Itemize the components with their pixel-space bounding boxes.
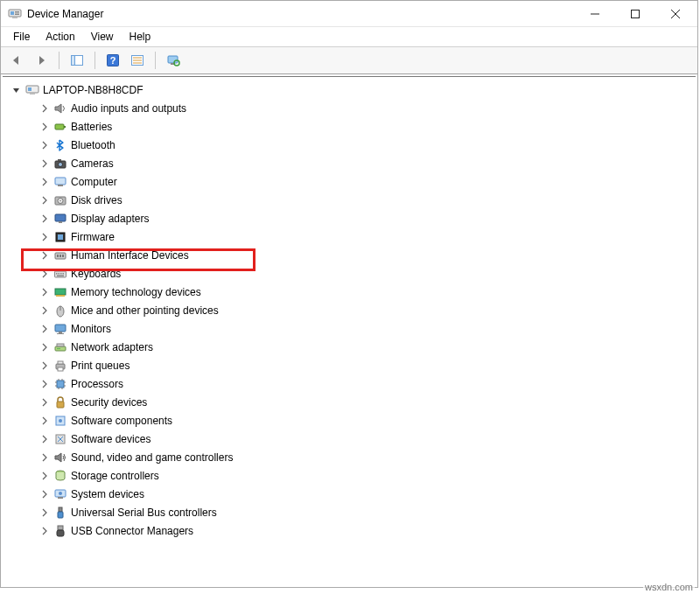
expander-icon[interactable]: [39, 232, 50, 242]
expander-icon[interactable]: [11, 85, 22, 95]
svg-rect-46: [57, 275, 64, 276]
expander-icon[interactable]: [39, 140, 50, 150]
close-button[interactable]: [655, 1, 696, 27]
tree-item[interactable]: Cameras: [39, 154, 696, 172]
expander-icon[interactable]: [39, 452, 50, 463]
expander-icon[interactable]: [39, 507, 50, 518]
tree-item[interactable]: Sound, video and game controllers: [39, 448, 696, 466]
tree-item[interactable]: Firmware: [39, 227, 696, 246]
expander-icon[interactable]: [39, 250, 50, 261]
bluetooth-icon: [53, 138, 67, 152]
svg-rect-52: [59, 332, 62, 333]
speaker-icon: [53, 101, 67, 115]
tree-item[interactable]: Human Interface Devices: [39, 246, 696, 264]
tree-item-label: Mice and other pointing devices: [71, 304, 219, 317]
expander-icon[interactable]: [39, 416, 50, 426]
expander-icon[interactable]: [39, 103, 50, 114]
svg-rect-81: [57, 530, 64, 536]
expander-icon[interactable]: [39, 122, 50, 132]
tree-item-label: Software devices: [71, 433, 150, 445]
titlebar[interactable]: Device Manager: [1, 1, 697, 27]
svg-rect-3: [15, 13, 19, 15]
svg-rect-36: [58, 234, 63, 240]
tree-item-label: Bluetooth: [71, 139, 116, 151]
tree-item[interactable]: Network adapters: [39, 338, 696, 356]
tree-item[interactable]: Universal Serial Bus controllers: [39, 503, 696, 521]
svg-rect-53: [57, 333, 64, 334]
expander-icon[interactable]: [39, 434, 50, 444]
tree-item-label: USB Connector Managers: [71, 525, 193, 537]
tree-view[interactable]: LAPTOP-NB8H8CDFAudio inputs and outputsB…: [3, 76, 696, 585]
tree-item[interactable]: Software components: [39, 411, 696, 430]
tree-item[interactable]: Security devices: [39, 393, 696, 411]
svg-rect-28: [55, 178, 66, 185]
expander-icon[interactable]: [39, 269, 50, 279]
back-button[interactable]: [6, 50, 27, 71]
expander-icon[interactable]: [39, 379, 50, 389]
toolbar-separator: [59, 52, 60, 69]
expander-icon[interactable]: [39, 489, 50, 500]
expander-icon[interactable]: [39, 324, 50, 334]
scan-hardware-button[interactable]: [163, 50, 184, 71]
show-hide-tree-button[interactable]: [66, 50, 88, 71]
tree-item[interactable]: Disk drives: [39, 191, 696, 209]
tree-item-label: Universal Serial Bus controllers: [71, 507, 217, 519]
expander-icon[interactable]: [39, 471, 50, 481]
expander-icon[interactable]: [39, 177, 50, 187]
svg-rect-23: [55, 124, 64, 129]
tree-item[interactable]: Audio inputs and outputs: [39, 99, 696, 117]
svg-rect-54: [55, 346, 66, 351]
tree-root-node[interactable]: LAPTOP-NB8H8CDF: [11, 80, 696, 99]
tree-item[interactable]: Monitors: [39, 319, 696, 338]
usb-icon: [53, 506, 67, 520]
tree-item[interactable]: Software devices: [39, 430, 696, 448]
tree-item-label: Network adapters: [71, 341, 153, 353]
expander-icon[interactable]: [39, 342, 50, 353]
tree-item[interactable]: USB Connector Managers: [39, 521, 696, 540]
help-button[interactable]: ?: [102, 50, 123, 71]
svg-rect-60: [58, 367, 63, 371]
svg-rect-78: [59, 507, 62, 512]
minimize-button[interactable]: [575, 1, 615, 27]
expander-icon[interactable]: [39, 360, 50, 371]
svg-rect-47: [55, 289, 66, 295]
expander-icon[interactable]: [39, 305, 50, 316]
tree-item[interactable]: Mice and other pointing devices: [39, 301, 696, 319]
svg-rect-6: [632, 10, 640, 17]
tree-item-label: Monitors: [71, 323, 111, 335]
properties-button[interactable]: [127, 50, 148, 71]
tree-item[interactable]: Memory technology devices: [39, 283, 696, 301]
expander-icon[interactable]: [39, 287, 50, 297]
svg-point-32: [60, 199, 61, 201]
tree-item[interactable]: Computer: [39, 172, 696, 191]
svg-rect-79: [58, 512, 63, 518]
menu-view[interactable]: View: [84, 29, 121, 45]
tree-item-label: Disk drives: [71, 194, 122, 206]
tree-root-label: LAPTOP-NB8H8CDF: [43, 84, 143, 96]
forward-button[interactable]: [31, 50, 52, 71]
computer-icon: [53, 175, 67, 189]
tree-item-label: Processors: [71, 378, 123, 390]
svg-rect-59: [58, 361, 63, 364]
menu-action[interactable]: Action: [38, 29, 81, 45]
expander-icon[interactable]: [39, 158, 50, 169]
menu-file[interactable]: File: [6, 29, 37, 45]
svg-rect-48: [56, 295, 65, 297]
expander-icon[interactable]: [39, 397, 50, 408]
svg-rect-24: [64, 126, 66, 128]
window-title: Device Manager: [27, 8, 103, 20]
svg-rect-21: [28, 87, 32, 91]
tree-item[interactable]: Bluetooth: [39, 136, 696, 154]
tree-item[interactable]: Display adapters: [39, 209, 696, 227]
expander-icon[interactable]: [39, 213, 50, 224]
tree-item[interactable]: Batteries: [39, 117, 696, 136]
expander-icon[interactable]: [39, 526, 50, 536]
menu-help[interactable]: Help: [122, 29, 158, 45]
tree-item[interactable]: Keyboards: [39, 264, 696, 283]
tree-item[interactable]: Processors: [39, 374, 696, 393]
maximize-button[interactable]: [615, 1, 655, 27]
expander-icon[interactable]: [39, 195, 50, 206]
tree-item[interactable]: Storage controllers: [39, 466, 696, 485]
tree-item[interactable]: System devices: [39, 485, 696, 503]
tree-item[interactable]: Print queues: [39, 356, 696, 374]
